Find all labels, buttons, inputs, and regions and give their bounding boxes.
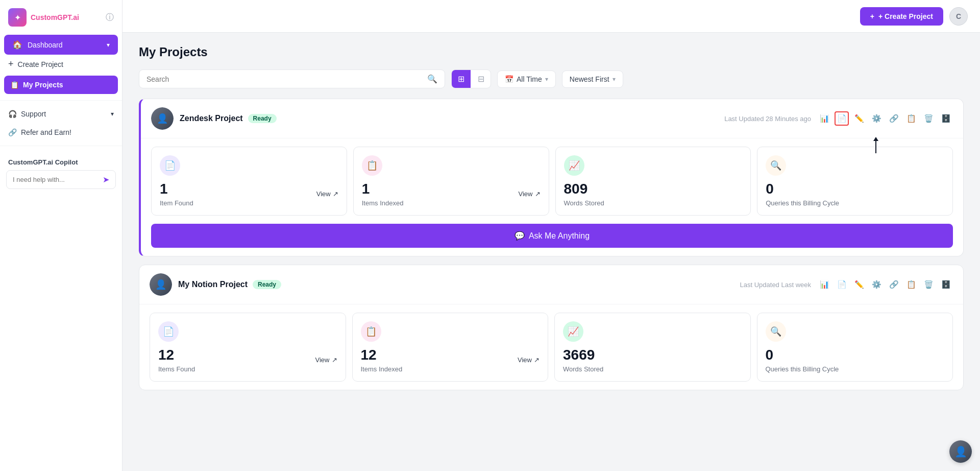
status-badge-notion: Ready bbox=[253, 280, 281, 289]
project-card-notion: 👤 My Notion Project Ready Last Updated L… bbox=[139, 265, 964, 390]
copilot-input-container: ➤ bbox=[6, 170, 116, 189]
logo-container: ✦ CustomGPT.ai ⓘ bbox=[0, 8, 122, 35]
project-actions-notion: 📊 📄 ✏️ ⚙️ 🔗 📋 🗑️ 🗄️ bbox=[817, 277, 953, 292]
stat-icon-list: 📋 bbox=[362, 155, 382, 176]
sidebar-item-create[interactable]: + Create Project bbox=[0, 55, 122, 74]
time-filter-label: All Time bbox=[517, 75, 542, 83]
sidebar-dashboard-label: Dashboard bbox=[28, 41, 63, 49]
calendar-icon: 📅 bbox=[505, 75, 513, 83]
stat-value-words: 809 bbox=[564, 181, 604, 197]
sidebar-item-refer[interactable]: 🔗 Refer and Earn! bbox=[0, 123, 122, 142]
send-icon[interactable]: ➤ bbox=[103, 175, 109, 184]
copy-button-zendesk[interactable]: 📋 bbox=[904, 111, 918, 126]
search-container: 🔍 bbox=[139, 69, 445, 88]
stat-icon-search-notion: 🔍 bbox=[766, 321, 786, 342]
search-icon: 🔍 bbox=[427, 74, 437, 84]
pages-button-zendesk[interactable]: 📄 bbox=[835, 111, 849, 126]
headphone-icon: 🎧 bbox=[8, 110, 17, 118]
project-name-zendesk: Zendesk Project bbox=[180, 114, 243, 123]
project-meta-notion: Last Updated Last week bbox=[740, 281, 811, 289]
stat-bottom-n1: 12 Items Found View ↗ bbox=[158, 347, 337, 373]
arrow-indicator bbox=[873, 137, 878, 153]
analytics-button-zendesk[interactable]: 📊 bbox=[817, 111, 831, 126]
project-name-notion: My Notion Project bbox=[178, 280, 248, 289]
project-header-notion: 👤 My Notion Project Ready Last Updated L… bbox=[139, 265, 963, 304]
refer-icon: 🔗 bbox=[8, 128, 17, 136]
arrowhead bbox=[873, 137, 878, 141]
ask-bar-zendesk[interactable]: 💬 Ask Me Anything bbox=[151, 224, 953, 248]
stat-label-items-found-notion: Items Found bbox=[158, 365, 195, 373]
archive-button-zendesk[interactable]: 🗄️ bbox=[939, 111, 953, 126]
archive-button-notion[interactable]: 🗄️ bbox=[939, 277, 953, 292]
stat-label-words-notion: Words Stored bbox=[563, 365, 603, 373]
view-detail-button[interactable]: ⊞ bbox=[452, 70, 471, 88]
stats-grid-zendesk: 📄 1 Item Found View ↗ 📋 bbox=[141, 138, 963, 224]
copilot-label: CustomGPT.ai Copilot bbox=[0, 150, 122, 170]
stat-bottom-n4: 0 Queries this Billing Cycle bbox=[766, 347, 945, 373]
delete-button-notion[interactable]: 🗑️ bbox=[921, 277, 936, 292]
last-updated-zendesk: Last Updated 28 Minutes ago bbox=[724, 115, 811, 123]
stat-value-items-found-notion: 12 bbox=[158, 347, 195, 363]
my-projects-label: My Projects bbox=[23, 81, 63, 89]
edit-button-zendesk[interactable]: ✏️ bbox=[852, 111, 866, 126]
external-link-icon-n2: ↗ bbox=[534, 356, 540, 364]
stat-card-items-indexed: 📋 1 Items Indexed View ↗ bbox=[353, 147, 549, 216]
stat-value-items-indexed-notion: 12 bbox=[361, 347, 403, 363]
view-link-item-found[interactable]: View ↗ bbox=[316, 190, 338, 198]
view-link-items-indexed[interactable]: View ↗ bbox=[519, 190, 541, 198]
chat-icon: 💬 bbox=[514, 231, 525, 241]
stat-label-queries-notion: Queries this Billing Cycle bbox=[766, 365, 839, 373]
time-filter[interactable]: 📅 All Time ▾ bbox=[497, 70, 556, 88]
ask-bar-text: 💬 Ask Me Anything bbox=[514, 231, 590, 241]
project-avatar-zendesk: 👤 bbox=[151, 107, 174, 130]
delete-button-zendesk[interactable]: 🗑️ bbox=[921, 111, 936, 126]
list-icon: 📋 bbox=[10, 81, 19, 89]
logo-text: CustomGPT.ai bbox=[31, 13, 79, 21]
sidebar: ✦ CustomGPT.ai ⓘ 🏠 Dashboard ▾ + Create … bbox=[0, 0, 122, 471]
settings-button-zendesk[interactable]: ⚙️ bbox=[869, 111, 884, 126]
logo-icon: ✦ bbox=[8, 8, 27, 27]
sidebar-item-dashboard[interactable]: 🏠 Dashboard ▾ bbox=[4, 35, 118, 55]
stat-value-queries: 0 bbox=[766, 181, 839, 197]
settings-button-notion[interactable]: ⚙️ bbox=[869, 277, 884, 292]
copilot-input[interactable] bbox=[13, 176, 103, 183]
stat-card-items-found-notion: 📄 12 Items Found View ↗ bbox=[150, 313, 346, 382]
stat-icon-list-notion: 📋 bbox=[361, 321, 381, 342]
user-avatar[interactable]: C bbox=[949, 7, 968, 26]
search-input[interactable] bbox=[146, 75, 427, 83]
external-link-icon: ↗ bbox=[333, 190, 338, 198]
analytics-button-notion[interactable]: 📊 bbox=[817, 277, 831, 292]
project-avatar-notion: 👤 bbox=[150, 273, 172, 296]
stat-card-queries: 🔍 0 Queries this Billing Cycle bbox=[757, 147, 953, 216]
sort-filter[interactable]: Newest First ▾ bbox=[562, 70, 623, 88]
link-button-notion[interactable]: 🔗 bbox=[887, 277, 901, 292]
link-button-zendesk[interactable]: 🔗 bbox=[887, 111, 901, 126]
bottom-user-avatar[interactable]: 👤 bbox=[949, 440, 972, 463]
edit-button-notion[interactable]: ✏️ bbox=[852, 277, 866, 292]
copy-button-notion[interactable]: 📋 bbox=[904, 277, 918, 292]
info-icon[interactable]: ⓘ bbox=[106, 12, 114, 23]
view-grid-button[interactable]: ⊟ bbox=[472, 70, 491, 88]
create-label: Create Project bbox=[18, 60, 63, 68]
refer-label: Refer and Earn! bbox=[21, 128, 71, 136]
stat-icon-chart-notion: 📈 bbox=[563, 321, 583, 342]
stat-value-words-notion: 3669 bbox=[563, 347, 603, 363]
stat-card-words-stored: 📈 809 Words Stored bbox=[555, 147, 751, 216]
create-project-button[interactable]: + + Create Project bbox=[860, 7, 943, 26]
stat-label-items-indexed-notion: Items Indexed bbox=[361, 365, 403, 373]
stat-icon-search: 🔍 bbox=[766, 155, 786, 176]
sidebar-item-my-projects[interactable]: 📋 My Projects bbox=[4, 76, 118, 94]
stat-bottom-3: 809 Words Stored bbox=[564, 181, 743, 207]
view-link-items-found-notion[interactable]: View ↗ bbox=[315, 356, 337, 364]
stat-card-items-indexed-notion: 📋 12 Items Indexed View ↗ bbox=[352, 313, 549, 382]
home-icon: 🏠 bbox=[12, 40, 22, 50]
stat-label-item-found: Item Found bbox=[160, 199, 193, 207]
stat-icon-document: 📄 bbox=[160, 155, 180, 176]
view-link-items-indexed-notion[interactable]: View ↗ bbox=[518, 356, 540, 364]
arrow-line bbox=[875, 141, 876, 153]
stat-card-item-found: 📄 1 Item Found View ↗ bbox=[151, 147, 347, 216]
stat-bottom-n3: 3669 Words Stored bbox=[563, 347, 742, 373]
sidebar-item-support[interactable]: 🎧 Support ▾ bbox=[0, 105, 122, 123]
plus-icon: + bbox=[8, 59, 14, 69]
pages-button-notion[interactable]: 📄 bbox=[835, 277, 849, 292]
